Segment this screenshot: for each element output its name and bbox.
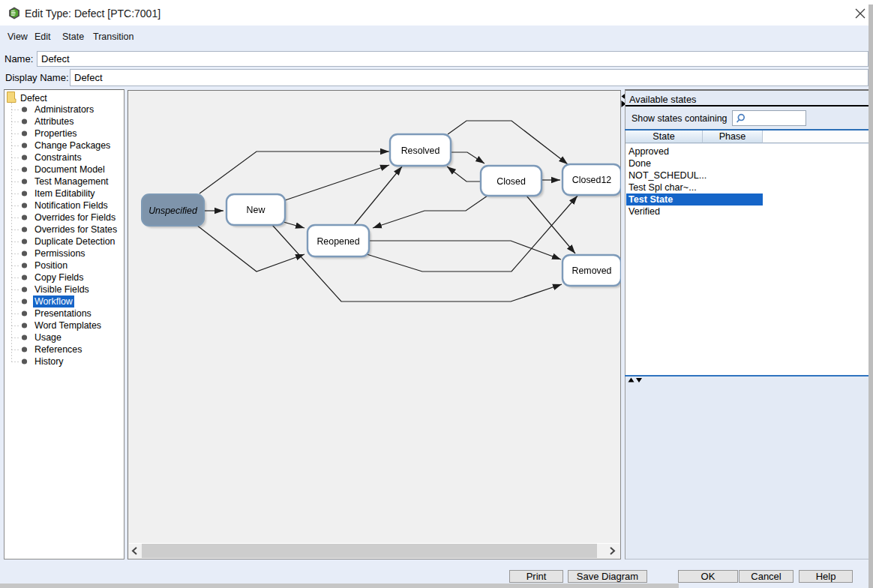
- svg-text:Closed12: Closed12: [572, 175, 611, 185]
- svg-text:Closed: Closed: [496, 176, 526, 187]
- svg-text:Reopened: Reopened: [316, 236, 359, 247]
- svg-text:New: New: [247, 205, 266, 215]
- svg-text:Resolved: Resolved: [401, 146, 440, 156]
- svg-text:Removed: Removed: [572, 266, 611, 276]
- svg-text:Unspecified: Unspecified: [148, 206, 198, 216]
